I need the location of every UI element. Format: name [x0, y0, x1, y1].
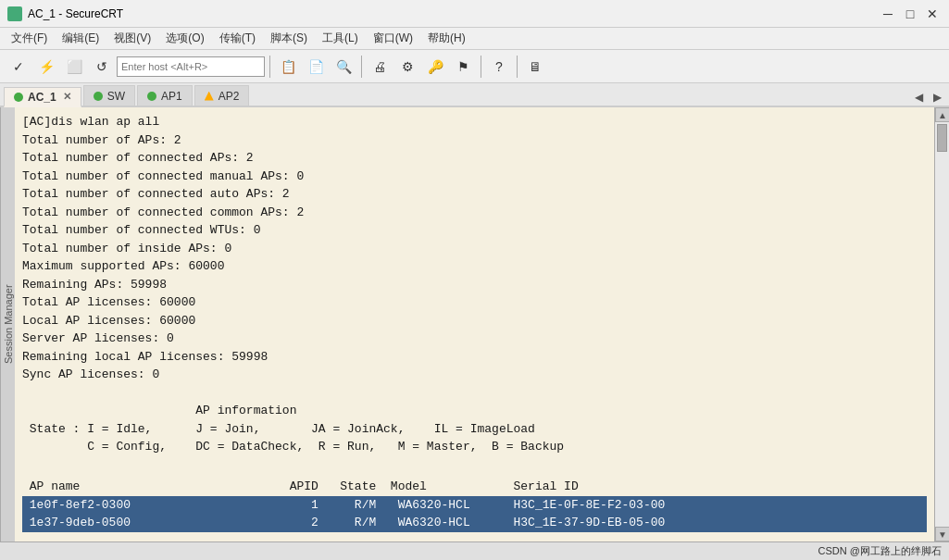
close-button[interactable]: ✕: [923, 5, 942, 23]
terminal-line-10: Total AP licenses: 60000: [22, 293, 927, 312]
tab-sw[interactable]: SW: [83, 85, 135, 106]
minimize-button[interactable]: ─: [879, 5, 897, 23]
window-controls: ─ □ ✕: [879, 5, 942, 23]
terminal-line-18: C = Config, DC = DataCheck, R = Run, M =…: [22, 438, 927, 456]
menu-view[interactable]: 视图(V): [106, 29, 158, 48]
help-button[interactable]: ?: [486, 54, 512, 80]
terminal-line-9: Remaining APs: 59998: [22, 276, 927, 294]
lightning-button[interactable]: ⚡: [33, 54, 59, 80]
menu-help[interactable]: 帮助(H): [420, 29, 473, 48]
tab-navigation: ◀ ▶: [910, 89, 945, 106]
flag-button[interactable]: ⚑: [450, 54, 476, 80]
terminal-line-13: Remaining local AP licenses: 59998: [22, 348, 927, 367]
tab-next-button[interactable]: ▶: [929, 89, 945, 106]
menu-edit[interactable]: 编辑(E): [55, 29, 106, 48]
scroll-up-button[interactable]: ▲: [935, 107, 949, 122]
copy-button[interactable]: 📋: [275, 54, 301, 80]
terminal-table-header: AP name APID State Model Serial ID: [22, 478, 927, 496]
title-bar-left: AC_1 - SecureCRT: [7, 6, 123, 21]
separator-2: [361, 56, 362, 78]
menu-transfer[interactable]: 传输(T): [212, 29, 263, 48]
terminal-line-19: [22, 456, 927, 475]
menu-window[interactable]: 窗口(W): [366, 29, 420, 48]
new-tab-button[interactable]: ⬜: [61, 54, 87, 80]
terminal-line-6: Total number of connected WTUs: 0: [22, 221, 927, 240]
session-manager-label: Session Manager: [3, 285, 14, 365]
tab-bar: AC_1 ✕ SW AP1 AP2 ◀ ▶: [0, 83, 949, 107]
toolbar: ✓ ⚡ ⬜ ↺ 📋 📄 🔍 🖨 ⚙ 🔑 ⚑ ? 🖥: [0, 50, 949, 83]
separator-4: [517, 56, 518, 78]
menu-tools[interactable]: 工具(L): [315, 29, 366, 48]
status-logo: CSDN @网工路上的绊脚石: [818, 544, 942, 558]
tab-ap1[interactable]: AP1: [137, 85, 193, 106]
tab-label-ac1: AC_1: [28, 91, 56, 104]
menu-script[interactable]: 脚本(S): [263, 29, 315, 48]
find-button[interactable]: 🔍: [331, 54, 356, 80]
key-button[interactable]: 🔑: [422, 54, 448, 80]
maximize-button[interactable]: □: [901, 5, 919, 23]
scrollbar-track[interactable]: [935, 122, 949, 527]
terminal-line-15: [22, 384, 927, 403]
separator-1: [269, 56, 270, 78]
terminal-row-2: 1e37-9deb-0500 2 R/M WA6320-HCL H3C_1E-3…: [22, 514, 927, 532]
vertical-scrollbar: ▲ ▼: [934, 107, 949, 541]
terminal-line-17: State : I = Idle, J = Join, JA = JoinAck…: [22, 420, 927, 439]
main-layout: Session Manager [AC]dis wlan ap all Tota…: [0, 107, 949, 541]
tab-label-sw: SW: [107, 90, 125, 103]
status-text: CSDN @网工路上的绊脚石: [818, 544, 942, 558]
scrollbar-thumb[interactable]: [937, 124, 947, 152]
terminal-line-0: [AC]dis wlan ap all: [22, 113, 927, 131]
tab-ap2[interactable]: AP2: [194, 85, 250, 106]
tab-status-icon-ap2: [205, 92, 214, 101]
tab-prev-button[interactable]: ◀: [910, 89, 927, 106]
menu-options[interactable]: 选项(O): [158, 29, 211, 48]
terminal-line-8: Maximum supported APs: 60000: [22, 257, 927, 276]
paste-button[interactable]: 📄: [303, 54, 329, 80]
app-icon: [7, 6, 22, 21]
settings-button[interactable]: ⚙: [394, 54, 420, 80]
terminal-line-7: Total number of inside APs: 0: [22, 240, 927, 258]
tab-ac1[interactable]: AC_1 ✕: [4, 87, 81, 107]
tab-close-ac1[interactable]: ✕: [63, 91, 71, 103]
host-input[interactable]: [117, 56, 265, 77]
reconnect-button[interactable]: ↺: [89, 54, 115, 80]
tab-status-icon-ac1: [14, 93, 23, 102]
separator-3: [481, 56, 481, 78]
terminal-line-16: AP information: [22, 402, 927, 420]
terminal-line-4: Total number of connected auto APs: 2: [22, 185, 927, 204]
monitor-button[interactable]: 🖥: [522, 54, 548, 80]
terminal-line-5: Total number of connected common APs: 2: [22, 204, 927, 222]
tab-label-ap1: AP1: [161, 90, 182, 103]
tab-status-icon-ap1: [147, 92, 156, 101]
connect-button[interactable]: ✓: [6, 54, 31, 80]
tab-label-ap2: AP2: [219, 90, 240, 103]
scroll-down-button[interactable]: ▼: [935, 527, 949, 541]
terminal-line-3: Total number of connected manual APs: 0: [22, 168, 927, 186]
menu-file[interactable]: 文件(F): [4, 29, 55, 48]
terminal-line-14: Sync AP licenses: 0: [22, 366, 927, 384]
terminal-line-1: Total number of APs: 2: [22, 131, 927, 150]
terminal-area[interactable]: [AC]dis wlan ap all Total number of APs:…: [15, 107, 934, 541]
terminal-row-1: 1e0f-8ef2-0300 1 R/M WA6320-HCL H3C_1E-0…: [22, 496, 927, 515]
print-button[interactable]: 🖨: [367, 54, 393, 80]
tab-status-icon-sw: [94, 92, 103, 101]
status-bar: CSDN @网工路上的绊脚石: [0, 541, 949, 560]
menu-bar: 文件(F) 编辑(E) 视图(V) 选项(O) 传输(T) 脚本(S) 工具(L…: [0, 28, 949, 50]
terminal-line-11: Local AP licenses: 60000: [22, 312, 927, 330]
terminal-line-12: Server AP licenses: 0: [22, 330, 927, 348]
terminal-line-2: Total number of connected APs: 2: [22, 149, 927, 168]
window-title: AC_1 - SecureCRT: [28, 7, 123, 20]
session-manager-panel[interactable]: Session Manager: [0, 107, 15, 541]
title-bar: AC_1 - SecureCRT ─ □ ✕: [0, 0, 949, 28]
